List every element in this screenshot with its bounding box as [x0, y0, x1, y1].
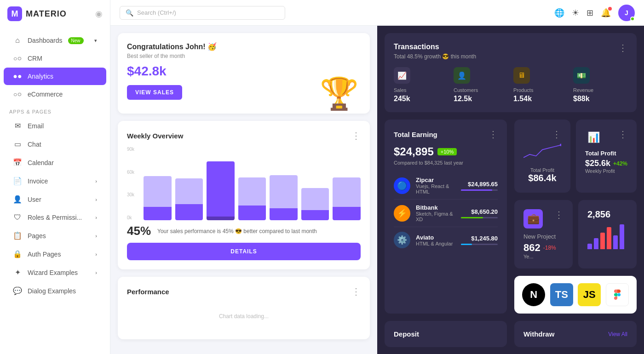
- earning-item-aviato: ⚙️ Aviato HTML & Angular $1,245.80: [394, 227, 498, 253]
- javascript-logo: JS: [578, 283, 601, 306]
- weekly-profit-amount: $25.6k: [585, 159, 610, 168]
- grid-icon[interactable]: ⊞: [586, 8, 593, 18]
- y-label-30k: 30k: [127, 192, 142, 197]
- sidebar-item-email[interactable]: ✉ Email: [4, 117, 106, 135]
- earning-item-bitbank: ⚡ Bitbank Sketch, Figma & XD $8,650.20: [394, 200, 498, 227]
- aviato-progress: [461, 244, 498, 245]
- search-box[interactable]: 🔍 Search (Ctrl+/): [120, 6, 285, 20]
- aviato-amount-right: $1,245.80: [461, 235, 498, 245]
- dashboards-label: Dashboards: [28, 37, 63, 44]
- sidebar-item-pages[interactable]: 📋 Pages ›: [4, 227, 106, 245]
- chevron-right-user-icon: ›: [95, 197, 97, 202]
- ecommerce-dot-icon: ○: [13, 90, 22, 98]
- weekly-header: Weekly Overview ⋮: [127, 130, 361, 141]
- sidebar-item-invoice[interactable]: 📄 Invoice ›: [4, 172, 106, 190]
- bar-bottom-5: [270, 208, 298, 220]
- bar-top-5: [270, 175, 298, 208]
- sidebar-item-chat[interactable]: ▭ Chat: [4, 135, 106, 153]
- zipcar-info: Zipcar Vuejs, React & HTML: [416, 177, 455, 194]
- earning-menu-icon[interactable]: ⋮: [489, 129, 498, 140]
- sidebar-item-crm[interactable]: ○ CRM: [4, 50, 106, 67]
- sidebar-nav: ⌂ Dashboards New ▾ ○ CRM ● Analytics ○ e…: [0, 28, 110, 354]
- apps-section-label: APPS & PAGES: [0, 103, 110, 116]
- bar-top-1: [144, 176, 172, 207]
- deposit-title: Deposit: [394, 330, 419, 338]
- weekly-profit-value-row: $25.6k +42%: [585, 159, 627, 168]
- view-sales-button[interactable]: VIEW SALES: [127, 85, 182, 100]
- translate-icon[interactable]: 🌐: [554, 8, 564, 18]
- theme-icon[interactable]: ☀: [572, 8, 579, 18]
- avatar[interactable]: J: [618, 5, 635, 21]
- transactions-subtitle: Total 48.5% growth 😎 this month: [394, 53, 627, 60]
- products-value: 1.54k: [513, 95, 568, 103]
- sidebar-item-calendar[interactable]: 📅 Calendar: [4, 154, 106, 171]
- sales-icon-wrap: 📈: [394, 67, 410, 84]
- weekly-menu-icon[interactable]: ⋮: [351, 130, 361, 141]
- customers-icon: 👤: [457, 71, 466, 80]
- revenue-icon-wrap: 💵: [573, 67, 590, 84]
- zipcar-amount: $24,895.65: [461, 181, 498, 188]
- trans-item-customers: 👤 Customers 12.5k: [454, 67, 508, 103]
- content-right: Transactions ⋮ Total 48.5% growth 😎 this…: [377, 26, 644, 354]
- total-profit-label: Total Profit: [523, 167, 561, 173]
- new-project-menu-icon[interactable]: ⋮: [554, 209, 564, 220]
- search-icon: 🔍: [126, 9, 133, 17]
- mini-bar-chart-card: 2,856: [578, 200, 637, 268]
- sidebar-item-wizard[interactable]: ✦ Wizard Examples ›: [4, 263, 106, 281]
- bitbank-progress: [461, 217, 498, 218]
- profit-graph-header: ⋮: [523, 129, 561, 140]
- y-label-90k: 90k: [127, 147, 142, 152]
- weekly-bottom: 45% Your sales performance is 45% 😎 bett…: [127, 224, 361, 238]
- withdraw-view-all[interactable]: View All: [608, 331, 627, 337]
- aviato-tech: HTML & Angular: [416, 241, 455, 246]
- notification-dot: [608, 7, 612, 11]
- pages-icon: 📋: [13, 231, 22, 240]
- profit-graph-menu-icon[interactable]: ⋮: [552, 129, 561, 140]
- dashboards-badge: New: [68, 37, 84, 44]
- user-label: User: [28, 196, 41, 203]
- transactions-menu-icon[interactable]: ⋮: [618, 42, 627, 53]
- earning-title: Total Earning: [394, 131, 437, 138]
- transactions-card: Transactions ⋮ Total 48.5% growth 😎 this…: [385, 33, 637, 112]
- logo-icon: M: [7, 6, 22, 21]
- performance-menu-icon[interactable]: ⋮: [351, 286, 361, 297]
- tech-logos-card: N TS JS: [514, 276, 637, 314]
- invoice-label: Invoice: [28, 177, 48, 185]
- nextjs-logo: N: [522, 283, 545, 306]
- sidebar-item-roles[interactable]: 🛡 Roles & Permissi... ›: [4, 209, 106, 226]
- details-button[interactable]: DETAILS: [127, 243, 361, 260]
- new-project-sub-label: Ye...: [523, 254, 564, 259]
- weekly-text: Your sales performance is 45% 😎 better c…: [157, 228, 317, 234]
- search-placeholder: Search (Ctrl+/): [137, 9, 176, 16]
- revenue-icon: 💵: [577, 71, 586, 80]
- zipcar-progress: [461, 189, 498, 191]
- sidebar-logo: M MATERIO ◉: [0, 0, 110, 28]
- aviato-info: Aviato HTML & Angular: [416, 234, 455, 246]
- bitbank-amount: $8,650.20: [461, 208, 498, 215]
- notification-icon[interactable]: 🔔: [601, 8, 611, 18]
- wizard-label: Wizard Examples: [28, 269, 78, 276]
- revenue-label: Revenue: [573, 87, 627, 93]
- weekly-title: Weekly Overview: [127, 132, 183, 140]
- trans-item-sales: 📈 Sales 245k: [394, 67, 448, 103]
- weekly-profit-menu-icon[interactable]: ⋮: [618, 129, 627, 140]
- sidebar-item-analytics[interactable]: ● Analytics: [4, 68, 106, 85]
- profit-sparkline: [523, 140, 561, 163]
- sidebar-item-dialog[interactable]: 💬 Dialog Examples: [4, 282, 106, 300]
- new-project-header: 💼 ⋮: [523, 209, 564, 233]
- performance-card: Performance ⋮ Chart data loading...: [118, 277, 370, 339]
- main-area: 🔍 Search (Ctrl+/) 🌐 ☀ ⊞ 🔔 J Congratulati…: [110, 0, 644, 354]
- congrats-card: Congratulations John! 🥳 Best seller of t…: [118, 33, 370, 114]
- sidebar-item-dashboards[interactable]: ⌂ Dashboards New ▾: [4, 32, 106, 49]
- weekly-profit-label: Total Profit: [585, 150, 627, 157]
- content-area: Congratulations John! 🥳 Best seller of t…: [110, 26, 644, 354]
- zipcar-name: Zipcar: [416, 177, 455, 183]
- nav-toggle-icon[interactable]: ◉: [95, 9, 103, 19]
- bar-top-3: [207, 161, 235, 217]
- user-icon: 👤: [13, 195, 22, 204]
- mini-bar-value: 2,856: [587, 209, 627, 220]
- sidebar-item-user[interactable]: 👤 User ›: [4, 190, 106, 208]
- sidebar-item-auth[interactable]: 🔒 Auth Pages ›: [4, 245, 106, 263]
- sidebar-item-ecommerce[interactable]: ○ eCommerce: [4, 86, 106, 103]
- bar-chart-bars: [144, 147, 361, 220]
